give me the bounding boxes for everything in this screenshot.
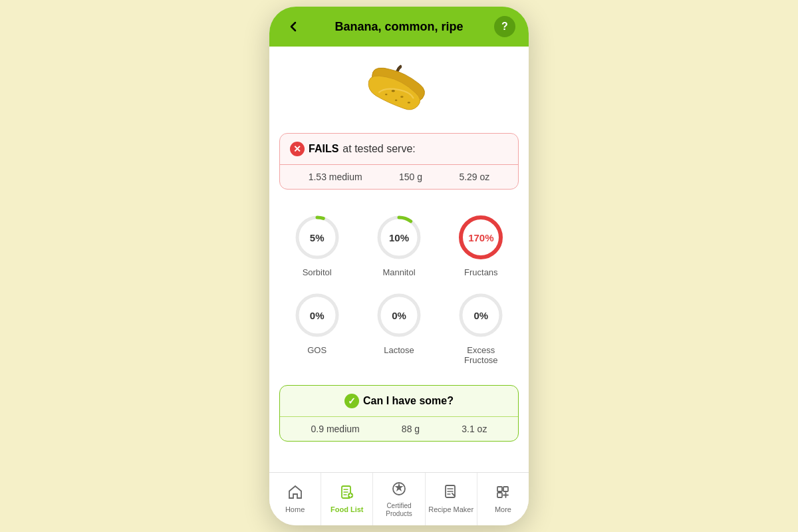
nav-home[interactable]: Home	[269, 473, 321, 525]
bottom-navigation: Home Food List CertifiedProducts	[269, 472, 529, 525]
home-label: Home	[285, 505, 305, 514]
can-i-label: Can I have some?	[363, 395, 454, 407]
nutrient-mannitol: 10% Mannitol	[358, 206, 440, 284]
fails-card: ✕ FAILS at tested serve: 1.53 medium 150…	[279, 133, 519, 190]
svg-point-7	[395, 99, 398, 101]
nav-certified[interactable]: CertifiedProducts	[373, 473, 425, 525]
excess-fructose-label: ExcessFructose	[464, 345, 498, 365]
lactose-label: Lactose	[384, 345, 414, 355]
can-i-grams: 88 g	[402, 424, 420, 434]
more-label: More	[495, 505, 511, 514]
header: Banana, common, ripe ?	[269, 7, 529, 47]
can-i-icon: ✓	[344, 394, 359, 408]
can-i-oz: 3.1 oz	[462, 424, 487, 434]
fails-medium: 1.53 medium	[309, 172, 362, 182]
nutrient-lactose: 0% Lactose	[358, 284, 440, 372]
fails-icon: ✕	[290, 142, 305, 156]
help-button[interactable]: ?	[494, 16, 515, 37]
nutrient-fructans: 170% Fructans	[440, 206, 522, 284]
excess-fructose-percent: 0%	[473, 310, 488, 321]
nutrient-excess-fructose: 0% ExcessFructose	[440, 284, 522, 372]
fructans-percent: 170%	[468, 232, 493, 243]
can-i-header: ✓ Can I have some?	[280, 386, 518, 416]
fails-label-bold: FAILS	[309, 143, 338, 155]
svg-rect-21	[497, 487, 502, 491]
sorbitol-label: Sorbitol	[303, 267, 332, 277]
can-i-medium: 0.9 medium	[311, 424, 360, 434]
mannitol-circle: 10%	[374, 213, 424, 262]
home-icon	[287, 484, 303, 503]
nav-food-list[interactable]: Food List	[321, 473, 373, 525]
content-area: ✕ FAILS at tested serve: 1.53 medium 150…	[269, 47, 529, 472]
gos-label: GOS	[307, 345, 327, 355]
mannitol-percent: 10%	[389, 232, 409, 243]
sorbitol-circle: 5%	[293, 213, 342, 262]
certified-label: CertifiedProducts	[386, 502, 412, 518]
mannitol-label: Mannitol	[382, 267, 415, 277]
fails-header: ✕ FAILS at tested serve:	[280, 134, 518, 164]
svg-point-4	[400, 96, 403, 98]
nutrient-gos: 0% GOS	[276, 284, 358, 372]
fails-oz: 5.29 oz	[459, 172, 489, 182]
svg-point-6	[408, 102, 410, 104]
sorbitol-percent: 5%	[310, 232, 325, 243]
fructans-label: Fructans	[464, 267, 498, 277]
nutrient-sorbitol: 5% Sorbitol	[276, 206, 358, 284]
page-title: Banana, common, ripe	[334, 20, 463, 34]
food-list-label: Food List	[331, 505, 364, 514]
lactose-circle: 0%	[374, 291, 424, 340]
nav-more[interactable]: More	[477, 473, 529, 525]
food-list-icon	[339, 484, 355, 503]
lactose-percent: 0%	[392, 310, 406, 321]
fructans-circle: 170%	[456, 213, 505, 262]
can-i-values: 0.9 medium 88 g 3.1 oz	[280, 416, 518, 441]
excess-fructose-circle: 0%	[456, 291, 505, 340]
recipe-maker-icon	[443, 484, 459, 503]
gos-circle: 0%	[293, 291, 342, 340]
svg-rect-23	[497, 493, 502, 497]
food-image	[269, 47, 529, 126]
more-icon	[495, 484, 511, 503]
nutrient-grid: 5% Sorbitol 10% Mannitol	[269, 196, 529, 382]
fails-label-normal: at tested serve:	[342, 143, 415, 155]
nav-recipe-maker[interactable]: Recipe Maker	[426, 473, 477, 525]
svg-rect-22	[503, 487, 508, 491]
fails-grams: 150 g	[399, 172, 422, 182]
fails-values: 1.53 medium 150 g 5.29 oz	[280, 164, 518, 189]
svg-point-3	[392, 90, 395, 92]
recipe-maker-label: Recipe Maker	[428, 505, 473, 514]
svg-point-5	[385, 94, 388, 96]
can-i-card: ✓ Can I have some? 0.9 medium 88 g 3.1 o…	[279, 385, 519, 442]
gos-percent: 0%	[310, 310, 325, 321]
certified-icon	[391, 481, 407, 499]
phone-frame: Banana, common, ripe ?	[269, 7, 529, 525]
back-button[interactable]	[283, 16, 304, 37]
